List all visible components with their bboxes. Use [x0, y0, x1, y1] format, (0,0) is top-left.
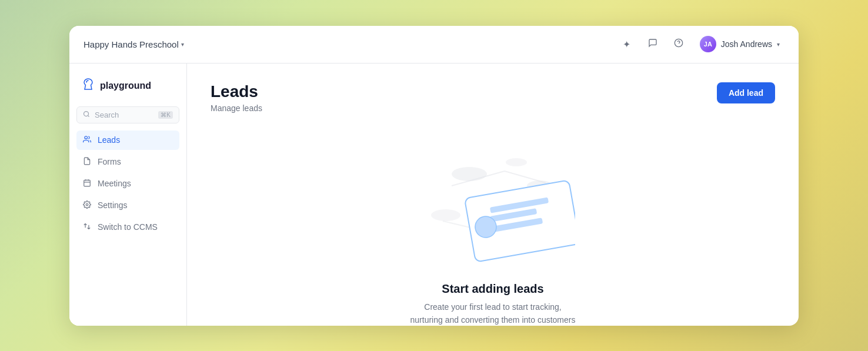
svg-point-8: [86, 203, 88, 206]
app-window: Happy Hands Preschool ▾ ✦: [69, 26, 799, 326]
page-header: Leads Manage leads Add lead: [211, 82, 775, 113]
sidebar-item-forms[interactable]: Forms: [76, 152, 179, 172]
sidebar-item-forms-label: Forms: [98, 157, 121, 166]
search-icon: [83, 111, 90, 119]
forms-icon: [82, 157, 92, 167]
logo-text: playground: [100, 81, 151, 91]
logo-icon: [81, 78, 95, 95]
plugin-icon: ✦: [623, 39, 630, 50]
chat-icon: [648, 38, 657, 50]
settings-icon: [82, 200, 92, 210]
sidebar-item-leads[interactable]: Leads: [76, 131, 179, 150]
sidebar-item-meetings[interactable]: Meetings: [76, 174, 179, 193]
user-name: Josh Andrews: [721, 39, 772, 49]
search-box[interactable]: Search ⌘K: [76, 106, 179, 123]
leads-icon: [82, 135, 92, 145]
body: playground Search ⌘K: [69, 63, 799, 326]
empty-state-illustration: [410, 139, 575, 268]
search-input-placeholder: Search: [95, 111, 153, 119]
user-menu-button[interactable]: JA Josh Andrews ▾: [695, 34, 784, 55]
org-name: Happy Hands Preschool: [84, 39, 179, 49]
meetings-icon: [82, 179, 92, 189]
sidebar: playground Search ⌘K: [69, 63, 187, 326]
avatar: JA: [700, 36, 716, 52]
sidebar-item-meetings-label: Meetings: [98, 179, 131, 188]
empty-state-desc-line2: nurturing and converting them into custo…: [410, 315, 576, 325]
sidebar-item-settings-label: Settings: [98, 200, 128, 210]
plugin-icon-button[interactable]: ✦: [617, 35, 636, 54]
chat-icon-button[interactable]: [643, 35, 662, 54]
svg-point-9: [452, 167, 487, 181]
sidebar-item-leads-label: Leads: [98, 135, 120, 145]
sidebar-item-settings[interactable]: Settings: [76, 196, 179, 215]
sidebar-item-switch-ccms-label: Switch to CCMS: [98, 222, 158, 232]
search-shortcut: ⌘K: [158, 111, 173, 119]
page-title: Leads: [211, 82, 262, 101]
org-selector[interactable]: Happy Hands Preschool ▾: [84, 39, 184, 49]
switch-icon: [82, 222, 92, 232]
svg-point-2: [84, 111, 89, 116]
empty-state: Start adding leads Create your first lea…: [211, 127, 775, 326]
user-chevron-icon: ▾: [777, 41, 780, 48]
svg-line-15: [505, 171, 546, 183]
page-subtitle: Manage leads: [211, 103, 262, 113]
page-title-group: Leads Manage leads: [211, 82, 262, 113]
svg-point-3: [85, 136, 88, 139]
help-icon: [674, 38, 683, 50]
logo: playground: [76, 73, 179, 104]
svg-point-11: [431, 209, 460, 221]
header: Happy Hands Preschool ▾ ✦: [69, 26, 799, 63]
svg-rect-4: [84, 180, 91, 186]
header-actions: ✦ JA: [617, 34, 784, 55]
empty-state-description: Create your first lead to start tracking…: [410, 300, 576, 326]
empty-state-title: Start adding leads: [442, 282, 543, 296]
empty-state-desc-line1: Create your first lead to start tracking…: [424, 302, 561, 312]
add-lead-button[interactable]: Add lead: [717, 82, 775, 103]
main-content: Leads Manage leads Add lead: [187, 63, 799, 326]
help-icon-button[interactable]: [669, 35, 688, 54]
svg-point-13: [506, 158, 527, 166]
sidebar-item-switch-ccms[interactable]: Switch to CCMS: [76, 218, 179, 237]
chevron-down-icon: ▾: [181, 41, 184, 48]
